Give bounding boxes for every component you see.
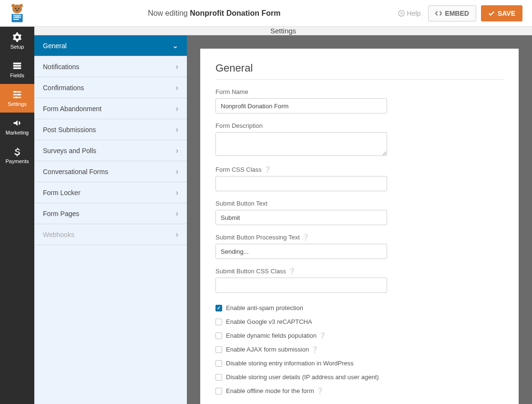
- submit-button-css-class-label: Submit Button CSS Class❔: [215, 268, 503, 275]
- submit-button-processing-group: Submit Button Processing Text❔: [215, 234, 503, 259]
- save-label: SAVE: [498, 10, 515, 17]
- submit-button-css-class-group: Submit Button CSS Class❔: [215, 268, 503, 293]
- recaptcha-label[interactable]: Enable Google v3 reCAPTCHA: [226, 318, 312, 325]
- form-name-input[interactable]: [215, 98, 387, 114]
- offline-mode-label[interactable]: Enable offline mode for the form❔: [226, 387, 324, 394]
- svg-point-1: [11, 4, 15, 7]
- form-description-group: Form Description: [215, 122, 503, 157]
- embed-button[interactable]: EMBED: [428, 5, 476, 21]
- sidebar-item-marketing[interactable]: Marketing: [0, 113, 34, 141]
- settings-item-notifications[interactable]: Notifications ›: [34, 56, 187, 77]
- help-icon[interactable]: ❔: [316, 387, 324, 394]
- sliders-icon: [12, 90, 22, 99]
- settings-item-label: Conversational Forms: [43, 168, 108, 176]
- now-editing-label: Now editing: [148, 9, 188, 17]
- settings-item-webhooks[interactable]: Webhooks ›: [34, 224, 187, 245]
- svg-rect-8: [13, 15, 21, 16]
- svg-rect-9: [13, 17, 21, 18]
- canvas: General Form Name Form Description Form …: [187, 35, 532, 404]
- content-row: General ⌄ Notifications › Confirmations …: [34, 35, 532, 404]
- settings-item-conversational-forms[interactable]: Conversational Forms ›: [34, 161, 187, 182]
- settings-item-label: Form Abandonment: [43, 105, 102, 113]
- help-icon[interactable]: ❔: [302, 234, 309, 241]
- submit-button-text-input[interactable]: [215, 210, 387, 225]
- help-icon[interactable]: ❔: [311, 346, 318, 353]
- offline-mode-group: Enable offline mode for the form❔: [215, 387, 503, 394]
- svg-point-2: [20, 4, 23, 7]
- embed-label: EMBED: [445, 10, 469, 17]
- icon-sidebar: Setup Fields Settings Marketing Payments: [0, 27, 34, 404]
- svg-point-19: [14, 91, 16, 93]
- settings-item-label: Surveys and Polls: [43, 147, 96, 155]
- form-css-class-group: Form CSS Class❔: [215, 166, 503, 191]
- panel-title: General: [215, 62, 503, 80]
- settings-item-label: Form Locker: [43, 189, 81, 197]
- settings-item-surveys-polls[interactable]: Surveys and Polls ›: [34, 140, 187, 161]
- chevron-right-icon: ›: [176, 188, 178, 197]
- help-icon[interactable]: ❔: [288, 268, 296, 275]
- main: Setup Fields Settings Marketing Payments…: [0, 27, 532, 404]
- ajax-checkbox[interactable]: [215, 346, 222, 353]
- logo: [4, 2, 31, 24]
- settings-item-form-abandonment[interactable]: Form Abandonment ›: [34, 98, 187, 119]
- fields-label: Fields: [10, 73, 24, 78]
- disable-entry-checkbox[interactable]: [215, 360, 222, 367]
- payments-label: Payments: [6, 158, 29, 164]
- chevron-right-icon: ›: [176, 230, 178, 239]
- sidebar-item-setup[interactable]: Setup: [0, 27, 34, 55]
- chevron-right-icon: ›: [176, 62, 178, 71]
- general-settings-panel: General Form Name Form Description Form …: [200, 49, 519, 404]
- sidebar-item-fields[interactable]: Fields: [0, 55, 34, 84]
- help-icon[interactable]: ❔: [264, 166, 271, 173]
- settings-header: Settings: [34, 27, 532, 35]
- settings-item-post-submissions[interactable]: Post Submissions ›: [34, 119, 187, 140]
- chevron-right-icon: ›: [176, 167, 178, 176]
- svg-rect-15: [13, 67, 21, 69]
- form-description-input[interactable]: [215, 132, 387, 156]
- top-bar: Now editing Nonprofit Donation Form ? He…: [0, 0, 532, 27]
- megaphone-icon: [12, 118, 22, 128]
- sidebar-item-settings[interactable]: Settings: [0, 84, 34, 113]
- settings-item-label: General: [43, 42, 67, 50]
- dynamic-fields-group: Enable dynamic fields population❔: [215, 332, 503, 339]
- help-icon[interactable]: ❔: [318, 332, 326, 339]
- form-css-class-input[interactable]: [215, 176, 387, 191]
- settings-item-confirmations[interactable]: Confirmations ›: [34, 77, 187, 98]
- marketing-label: Marketing: [6, 130, 29, 135]
- offline-mode-checkbox[interactable]: [215, 388, 222, 394]
- chevron-right-icon: ›: [176, 125, 178, 134]
- chevron-right-icon: ›: [176, 146, 178, 155]
- dollar-icon: [12, 147, 22, 156]
- title-area: Now editing Nonprofit Donation Form: [31, 9, 398, 18]
- help-link[interactable]: ? Help: [398, 10, 421, 17]
- antispam-label[interactable]: Enable anti-spam protection: [226, 304, 303, 311]
- recaptcha-checkbox[interactable]: [215, 319, 222, 325]
- help-icon: ?: [398, 10, 405, 17]
- dynamic-fields-label[interactable]: Enable dynamic fields population❔: [226, 332, 326, 339]
- submit-button-processing-input[interactable]: [215, 244, 387, 259]
- help-label: Help: [407, 10, 421, 17]
- save-button[interactable]: SAVE: [481, 5, 522, 21]
- settings-item-form-pages[interactable]: Form Pages ›: [34, 203, 187, 224]
- disable-user-details-label[interactable]: Disable storing user details (IP address…: [226, 373, 379, 381]
- settings-sidebar: General ⌄ Notifications › Confirmations …: [34, 35, 187, 404]
- gear-icon: [12, 32, 22, 42]
- setup-label: Setup: [10, 44, 24, 50]
- disable-entry-group: Disable storing entry information in Wor…: [215, 360, 503, 367]
- form-description-label: Form Description: [215, 122, 503, 129]
- settings-item-form-locker[interactable]: Form Locker ›: [34, 182, 187, 203]
- sidebar-item-payments[interactable]: Payments: [0, 141, 34, 170]
- disable-user-details-checkbox[interactable]: [215, 374, 222, 381]
- dynamic-fields-checkbox[interactable]: [215, 332, 222, 339]
- svg-point-4: [18, 8, 20, 9]
- settings-item-general[interactable]: General ⌄: [34, 35, 187, 56]
- svg-point-3: [15, 8, 16, 9]
- ajax-label[interactable]: Enable AJAX form submission❔: [226, 346, 318, 353]
- disable-entry-label[interactable]: Disable storing entry information in Wor…: [226, 360, 354, 367]
- settings-item-label: Form Pages: [43, 210, 79, 218]
- topbar-actions: ? Help EMBED SAVE: [398, 5, 522, 21]
- form-css-class-label: Form CSS Class❔: [215, 166, 503, 173]
- antispam-checkbox[interactable]: [215, 305, 222, 311]
- check-icon: [488, 10, 495, 17]
- submit-button-css-class-input[interactable]: [215, 278, 387, 293]
